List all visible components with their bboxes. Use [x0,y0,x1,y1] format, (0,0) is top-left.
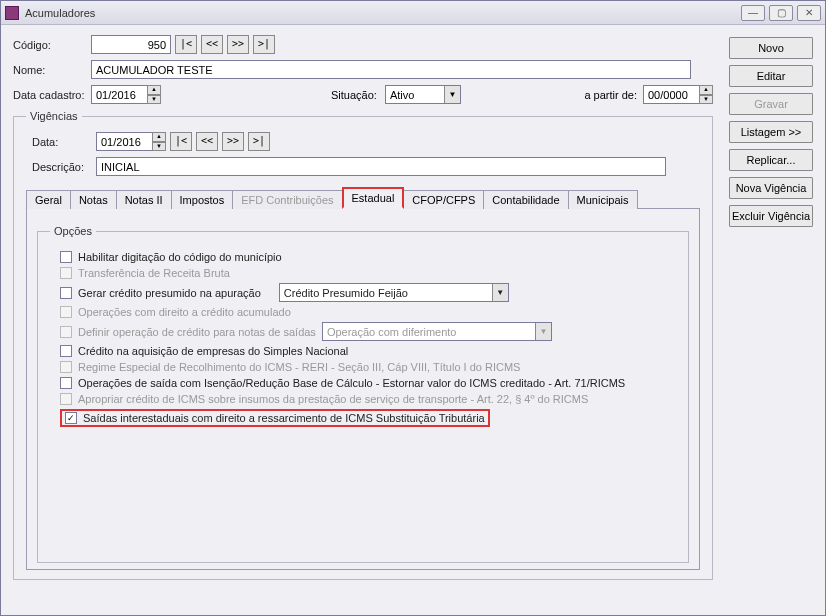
checkbox-isencao[interactable] [60,377,72,389]
opt-credito-presumido: Gerar crédito presumido na apuração [78,287,261,299]
operacao-credito-select[interactable]: Operação com diferimento ▼ [322,322,552,341]
close-button[interactable]: ✕ [797,5,821,21]
opt-municipio: Habilitar digitação do código do municíp… [78,251,282,263]
apartir-label: a partir de: [584,89,637,101]
nav-first-button[interactable]: |< [175,35,197,54]
maximize-button[interactable]: ▢ [769,5,793,21]
vigencias-group: Vigências Data: ▲▼ |< << >> >| Descrição… [13,110,713,580]
situacao-value: Ativo [390,89,414,101]
checkbox-transferencia [60,267,72,279]
dropdown-icon: ▼ [444,86,460,103]
nav-prev-button[interactable]: << [201,35,223,54]
opt-saidas-interestaduais: Saídas interestaduais com direito a ress… [83,412,485,424]
editar-button[interactable]: Editar [729,65,813,87]
tab-impostos[interactable]: Impostos [171,190,234,209]
tab-notas[interactable]: Notas [70,190,117,209]
nome-input[interactable] [91,60,691,79]
apartir-spinner[interactable]: ▲▼ [643,85,713,104]
spin-up-icon[interactable]: ▲ [699,85,713,95]
spin-down-icon[interactable]: ▼ [152,142,166,152]
gravar-button[interactable]: Gravar [729,93,813,115]
app-icon [5,6,19,20]
highlighted-option: Saídas interestaduais com direito a ress… [60,409,490,427]
credito-presumido-select[interactable]: Crédito Presumido Feijão ▼ [279,283,509,302]
tab-panel-estadual: Opções Habilitar digitação do código do … [26,208,700,570]
datacadastro-input[interactable] [91,85,147,104]
nav-last-button[interactable]: >| [253,35,275,54]
tab-municipais[interactable]: Municipais [568,190,638,209]
tab-cfop[interactable]: CFOP/CFPS [403,190,484,209]
checkbox-apropriar [60,393,72,405]
vig-data-spinner[interactable]: ▲▼ [96,132,166,151]
spin-down-icon[interactable]: ▼ [147,95,161,105]
dropdown-icon: ▼ [492,284,508,301]
opcoes-group: Opções Habilitar digitação do código do … [37,225,689,563]
checkbox-saidas-interestaduais[interactable] [65,412,77,424]
dropdown-icon: ▼ [535,323,551,340]
nova-vigencia-button[interactable]: Nova Vigência [729,177,813,199]
checkbox-credito-presumido[interactable] [60,287,72,299]
tab-contabilidade[interactable]: Contabilidade [483,190,568,209]
vig-data-label: Data: [32,136,96,148]
nome-label: Nome: [13,64,91,76]
side-buttons: Novo Editar Gravar Listagem >> Replicar.… [729,37,813,227]
vig-nav-last[interactable]: >| [248,132,270,151]
situacao-select[interactable]: Ativo ▼ [385,85,461,104]
opt-simples: Crédito na aquisição de empresas do Simp… [78,345,348,357]
tab-efd[interactable]: EFD Contribuições [232,190,342,209]
excluir-vigencia-button[interactable]: Excluir Vigência [729,205,813,227]
vig-data-input[interactable] [96,132,152,151]
window-title: Acumuladores [25,7,737,19]
codigo-label: Código: [13,39,91,51]
vig-desc-label: Descrição: [32,161,96,173]
datacadastro-spinner[interactable]: ▲▼ [91,85,161,104]
situacao-label: Situação: [331,89,377,101]
tab-estadual[interactable]: Estadual [342,187,405,209]
opt-reri: Regime Especial de Recolhimento do ICMS … [78,361,520,373]
credito-presumido-value: Crédito Presumido Feijão [284,287,408,299]
opt-isencao: Operações de saída com Isenção/Redução B… [78,377,625,389]
vig-desc-input[interactable] [96,157,666,176]
tab-notas2[interactable]: Notas II [116,190,172,209]
operacao-credito-value: Operação com diferimento [327,326,457,338]
datacadastro-label: Data cadastro: [13,89,91,101]
vig-nav-next[interactable]: >> [222,132,244,151]
vig-nav-prev[interactable]: << [196,132,218,151]
minimize-button[interactable]: — [741,5,765,21]
apartir-input[interactable] [643,85,699,104]
vig-nav-first[interactable]: |< [170,132,192,151]
opt-credito-acumulado: Operações com direito a crédito acumulad… [78,306,291,318]
nav-next-button[interactable]: >> [227,35,249,54]
titlebar: Acumuladores — ▢ ✕ [1,1,825,25]
opcoes-legend: Opções [50,225,96,237]
checkbox-credito-acumulado [60,306,72,318]
tab-strip: Geral Notas Notas II Impostos EFD Contri… [26,186,700,208]
checkbox-reri [60,361,72,373]
client-area: Novo Editar Gravar Listagem >> Replicar.… [1,25,825,615]
spin-up-icon[interactable]: ▲ [147,85,161,95]
opt-apropriar: Apropriar crédito de ICMS sobre insumos … [78,393,588,405]
main-window: Acumuladores — ▢ ✕ Novo Editar Gravar Li… [0,0,826,616]
codigo-input[interactable] [91,35,171,54]
listagem-button[interactable]: Listagem >> [729,121,813,143]
checkbox-operacao-credito [60,326,72,338]
opt-operacao-credito: Definir operação de crédito para notas d… [78,326,316,338]
vigencias-legend: Vigências [26,110,82,122]
opt-transferencia: Transferência de Receita Bruta [78,267,230,279]
checkbox-simples[interactable] [60,345,72,357]
spin-down-icon[interactable]: ▼ [699,95,713,105]
tab-geral[interactable]: Geral [26,190,71,209]
checkbox-municipio[interactable] [60,251,72,263]
novo-button[interactable]: Novo [729,37,813,59]
replicar-button[interactable]: Replicar... [729,149,813,171]
spin-up-icon[interactable]: ▲ [152,132,166,142]
